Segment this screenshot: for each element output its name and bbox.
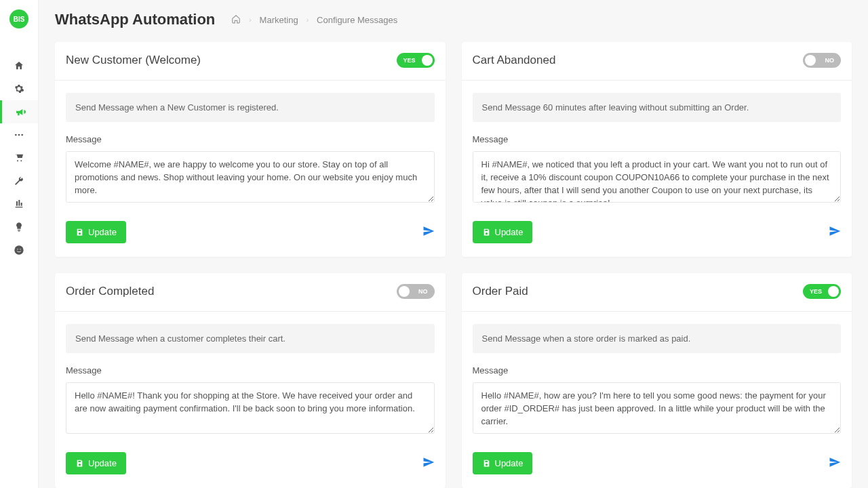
nav-home[interactable] [0, 54, 38, 77]
nav-marketing[interactable] [0, 100, 38, 123]
save-icon [75, 459, 84, 468]
page-title: WhatsApp Automation [55, 11, 215, 28]
breadcrumb-configure[interactable]: Configure Messages [317, 15, 397, 25]
nav-cart[interactable] [0, 146, 38, 169]
send-test-button[interactable] [422, 456, 435, 470]
message-label: Message [66, 134, 435, 144]
gear-icon [14, 83, 24, 94]
paper-plane-icon [422, 225, 435, 237]
page-header: WhatsApp Automation › Marketing › Config… [55, 11, 852, 28]
nav-settings[interactable] [0, 77, 38, 100]
card-cart-abandoned: Cart Abandoned NO Send Message 60 minute… [462, 42, 852, 257]
save-icon [75, 228, 84, 237]
chevron-right-icon: › [249, 16, 251, 24]
svg-point-3 [14, 245, 23, 254]
nav-profile[interactable] [0, 239, 38, 262]
smile-icon [14, 245, 24, 256]
card-title: Order Paid [473, 285, 528, 298]
update-button[interactable]: Update [66, 452, 126, 474]
update-button[interactable]: Update [66, 221, 126, 243]
card-order-completed: Order Completed NO Send Message when a c… [55, 273, 446, 488]
bullhorn-icon [15, 106, 26, 117]
paper-plane-icon [422, 456, 435, 468]
save-icon [482, 228, 491, 237]
svg-point-1 [18, 134, 20, 136]
paper-plane-icon [829, 225, 841, 237]
toggle-new-customer[interactable]: YES [397, 53, 435, 68]
card-title: Cart Abandoned [473, 54, 556, 67]
toggle-order-completed[interactable]: NO [397, 284, 435, 299]
card-title: Order Completed [66, 285, 154, 298]
update-button[interactable]: Update [473, 221, 533, 243]
cart-icon [14, 152, 24, 163]
svg-point-5 [20, 249, 20, 249]
wrench-icon [14, 176, 24, 186]
breadcrumb: › Marketing › Configure Messages [231, 14, 397, 26]
app-logo: BIS [9, 9, 28, 28]
sidebar: BIS [0, 0, 39, 488]
send-test-button[interactable] [829, 456, 841, 470]
ellipsis-icon [14, 129, 24, 140]
chart-icon [14, 199, 24, 209]
toggle-order-paid[interactable]: YES [803, 284, 841, 299]
message-label: Message [473, 134, 842, 144]
lightbulb-icon [14, 222, 24, 232]
info-text: Send Message 60 minutes after leaving wi… [473, 93, 842, 122]
chevron-right-icon: › [307, 16, 309, 24]
breadcrumb-marketing[interactable]: Marketing [260, 15, 298, 25]
svg-point-4 [17, 249, 18, 249]
message-input[interactable] [66, 151, 435, 203]
message-label: Message [66, 365, 435, 375]
message-input[interactable] [473, 151, 842, 203]
home-icon[interactable] [231, 14, 241, 26]
card-order-paid: Order Paid YES Send Message when a store… [462, 273, 852, 488]
paper-plane-icon [829, 456, 841, 468]
message-input[interactable] [473, 382, 842, 434]
card-title: New Customer (Welcome) [66, 54, 201, 67]
info-text: Send Message when a customer completes t… [66, 324, 435, 353]
nav-tools[interactable] [0, 169, 38, 192]
update-button[interactable]: Update [473, 452, 533, 474]
info-text: Send Message when a New Customer is regi… [66, 93, 435, 122]
save-icon [482, 459, 491, 468]
nav-analytics[interactable] [0, 192, 38, 216]
card-new-customer: New Customer (Welcome) YES Send Message … [55, 42, 446, 257]
message-label: Message [473, 365, 842, 375]
svg-point-0 [15, 134, 17, 136]
send-test-button[interactable] [422, 225, 435, 239]
nav-more[interactable] [0, 123, 38, 146]
message-input[interactable] [66, 382, 435, 434]
toggle-cart-abandoned[interactable]: NO [803, 53, 841, 68]
svg-point-2 [21, 134, 23, 136]
info-text: Send Message when a store order is marke… [473, 324, 842, 353]
nav-ideas[interactable] [0, 216, 38, 239]
send-test-button[interactable] [829, 225, 841, 239]
home-icon [14, 60, 24, 71]
